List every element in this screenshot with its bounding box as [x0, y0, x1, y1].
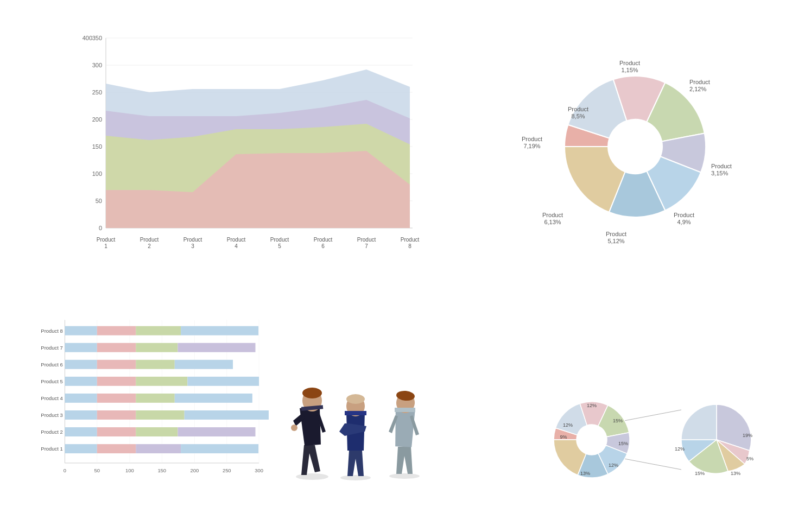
svg-text:300: 300: [92, 62, 102, 68]
svg-line-105: [624, 410, 681, 421]
svg-text:Product 4: Product 4: [41, 395, 62, 401]
svg-text:Product: Product: [314, 237, 333, 243]
svg-text:6,13%: 6,13%: [544, 219, 561, 225]
bar-chart: 0 50 100 150 200 250 300 Product 8: [16, 315, 277, 489]
svg-text:200: 200: [92, 116, 102, 123]
svg-point-123: [340, 475, 371, 480]
svg-rect-99: [178, 427, 255, 436]
svg-point-120: [291, 425, 297, 431]
svg-text:12%: 12%: [563, 422, 573, 428]
svg-line-106: [624, 459, 681, 470]
svg-text:12%: 12%: [587, 403, 597, 408]
svg-text:5%: 5%: [746, 456, 753, 461]
pie-chart: Product 8,5% Product 1,15% Product 2,12%…: [516, 33, 755, 261]
svg-text:4,9%: 4,9%: [677, 219, 691, 225]
svg-text:2: 2: [148, 243, 151, 249]
svg-text:8: 8: [408, 243, 411, 249]
svg-text:350: 350: [92, 35, 102, 41]
svg-rect-93: [136, 410, 184, 420]
svg-rect-76: [65, 360, 97, 369]
svg-text:Product: Product: [542, 212, 563, 218]
svg-text:Product: Product: [606, 231, 626, 237]
svg-text:Product 3: Product 3: [41, 412, 62, 418]
svg-text:50: 50: [94, 467, 99, 473]
svg-text:Product: Product: [140, 237, 159, 243]
svg-text:3,15%: 3,15%: [711, 170, 728, 176]
svg-text:2,12%: 2,12%: [689, 86, 706, 92]
svg-rect-78: [136, 360, 175, 369]
svg-text:Product: Product: [568, 106, 588, 112]
svg-text:Product 7: Product 7: [41, 345, 62, 351]
svg-text:200: 200: [191, 467, 199, 473]
svg-rect-101: [65, 444, 97, 453]
svg-text:19%: 19%: [743, 433, 752, 438]
svg-rect-67: [97, 326, 136, 335]
svg-text:Product: Product: [97, 237, 116, 243]
svg-text:400: 400: [83, 35, 92, 41]
svg-rect-77: [97, 360, 136, 369]
svg-text:Product: Product: [711, 163, 732, 169]
svg-text:Product 6: Product 6: [41, 362, 62, 368]
svg-text:5: 5: [278, 243, 281, 249]
svg-text:Product 8: Product 8: [41, 328, 62, 334]
svg-text:150: 150: [157, 467, 166, 473]
svg-rect-104: [181, 444, 258, 453]
svg-text:Product 1: Product 1: [41, 446, 62, 452]
figurines: [266, 342, 440, 483]
svg-rect-82: [97, 377, 136, 386]
svg-rect-86: [65, 394, 97, 403]
svg-point-126: [389, 473, 420, 479]
svg-text:Product: Product: [270, 237, 289, 243]
svg-rect-72: [97, 343, 136, 352]
svg-text:Product: Product: [357, 237, 376, 243]
svg-text:100: 100: [92, 170, 102, 177]
svg-rect-103: [136, 444, 181, 453]
svg-text:13%: 13%: [580, 471, 590, 476]
svg-text:Product: Product: [619, 60, 640, 66]
svg-rect-94: [185, 410, 269, 420]
area-chart: 0 50 100 150 200 250 300 350 400 Product…: [76, 33, 423, 250]
svg-rect-102: [97, 444, 136, 453]
svg-text:7: 7: [365, 243, 368, 249]
svg-rect-97: [97, 427, 136, 436]
svg-rect-69: [181, 326, 258, 335]
svg-text:1,15%: 1,15%: [621, 67, 638, 73]
svg-rect-79: [175, 360, 233, 369]
svg-text:250: 250: [92, 89, 102, 96]
svg-rect-91: [65, 410, 97, 420]
svg-point-119: [296, 473, 328, 480]
svg-text:Product 2: Product 2: [41, 429, 62, 435]
svg-text:Product 5: Product 5: [41, 378, 62, 384]
svg-text:5,12%: 5,12%: [607, 238, 624, 244]
svg-text:12%: 12%: [609, 463, 618, 468]
svg-text:12%: 12%: [675, 446, 685, 452]
svg-text:15%: 15%: [613, 418, 623, 423]
svg-text:Product: Product: [183, 237, 202, 243]
svg-rect-87: [97, 394, 136, 403]
svg-rect-98: [136, 427, 178, 436]
svg-text:Product: Product: [674, 212, 694, 218]
svg-text:300: 300: [255, 467, 263, 473]
svg-rect-96: [65, 427, 97, 436]
small-pie-area: 9% 12% 12% 15% 15% 12% 13% 19%: [537, 380, 765, 499]
svg-text:100: 100: [125, 467, 134, 473]
small-pie-slices: [554, 402, 630, 478]
svg-text:4: 4: [235, 243, 238, 249]
svg-text:250: 250: [223, 467, 231, 473]
zoom-pie-slices: [681, 404, 751, 473]
svg-point-122: [302, 388, 322, 398]
svg-rect-92: [97, 410, 136, 420]
svg-rect-84: [187, 377, 259, 386]
svg-text:15%: 15%: [618, 441, 628, 446]
svg-text:50: 50: [96, 198, 102, 204]
svg-rect-81: [65, 377, 97, 386]
svg-text:Product: Product: [522, 136, 542, 142]
svg-text:Product: Product: [689, 79, 710, 85]
svg-text:15%: 15%: [695, 471, 705, 476]
pie-slices: [565, 76, 706, 217]
svg-text:0: 0: [64, 467, 66, 473]
svg-text:3: 3: [191, 243, 194, 249]
svg-text:Product: Product: [401, 237, 420, 243]
svg-rect-88: [136, 394, 175, 403]
svg-text:8,5%: 8,5%: [571, 113, 585, 119]
